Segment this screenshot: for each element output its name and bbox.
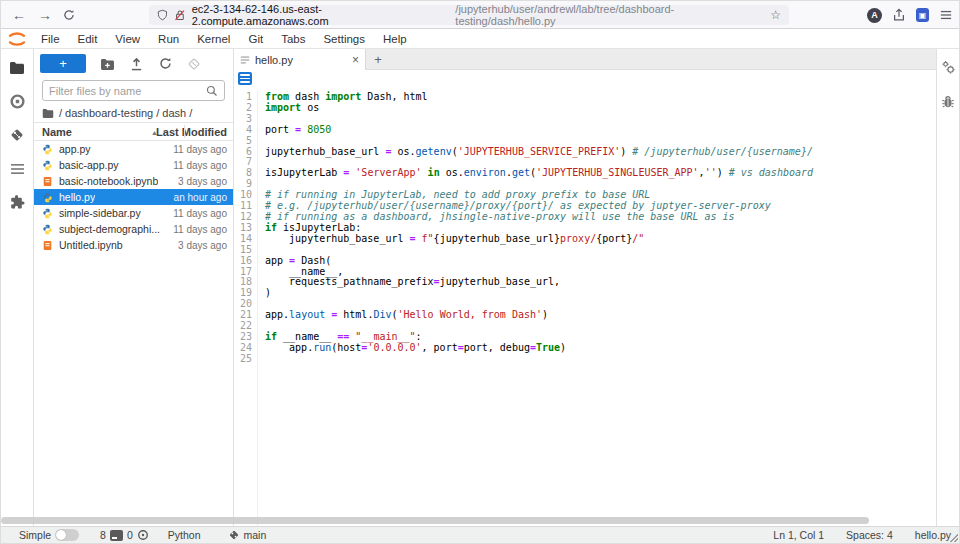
notebook-file-icon xyxy=(42,176,53,187)
menu-file[interactable]: File xyxy=(32,33,69,45)
url-host: ec2-3-134-62-146.us-east-2.compute.amazo… xyxy=(192,3,456,27)
cursor-position: Ln 1, Col 1 xyxy=(773,529,824,541)
menu-run[interactable]: Run xyxy=(149,33,188,45)
indent-status[interactable]: Spaces: 4 xyxy=(846,529,893,541)
horizontal-scrollbar[interactable] xyxy=(1,517,869,524)
tab-hello-py[interactable]: hello.py × xyxy=(234,49,366,70)
new-folder-button[interactable] xyxy=(99,56,115,72)
menu-kernel[interactable]: Kernel xyxy=(188,33,239,45)
branch-name: main xyxy=(244,529,267,541)
python-file-icon xyxy=(42,160,53,171)
file-name: simple-sidebar.py xyxy=(59,207,141,219)
terminals-status[interactable]: 8 0 xyxy=(100,529,149,541)
code-line-15 xyxy=(265,245,813,256)
column-name[interactable]: Name xyxy=(34,126,72,138)
file-modified: 3 days ago xyxy=(174,240,227,251)
insecure-lock-icon[interactable] xyxy=(174,9,186,21)
tracking-shield-icon[interactable] xyxy=(157,9,168,21)
file-browser-toolbar: + xyxy=(34,51,233,76)
file-row-basic-app-py[interactable]: basic-app.py11 days ago xyxy=(34,157,233,173)
git-action-button[interactable] xyxy=(186,56,202,72)
running-sessions-tab[interactable] xyxy=(7,91,27,111)
property-inspector-tab[interactable] xyxy=(940,59,956,75)
address-bar[interactable]: ec2-3-134-62-146.us-east-2.compute.amazo… xyxy=(149,5,789,25)
git-tab[interactable] xyxy=(7,125,27,145)
file-row-untitled-ipynb[interactable]: Untitled.ipynb3 days ago xyxy=(34,237,233,253)
bookmark-star-icon[interactable]: ☆ xyxy=(770,8,781,22)
browser-reload-button[interactable] xyxy=(59,5,79,25)
code-editor[interactable]: 1234567891011121314151617181920212223242… xyxy=(234,87,936,528)
right-sidebar xyxy=(936,49,959,528)
file-row-hello-py[interactable]: hello.pyan hour ago xyxy=(34,189,233,205)
line-number-gutter: 1234567891011121314151617181920212223242… xyxy=(234,92,258,528)
debugger-tab[interactable] xyxy=(940,93,956,109)
file-row-subject-demographi-[interactable]: subject-demographi...11 days ago xyxy=(34,221,233,237)
refresh-icon xyxy=(159,57,172,70)
menu-view[interactable]: View xyxy=(106,33,149,45)
menu-help[interactable]: Help xyxy=(374,33,416,45)
python-file-icon xyxy=(42,192,53,203)
simple-mode-label: Simple xyxy=(19,529,51,541)
upload-icon xyxy=(130,57,143,71)
filename-status: hello.py xyxy=(915,529,951,541)
file-list-header: Name ▲ Last Modified xyxy=(34,122,233,141)
search-icon xyxy=(206,85,218,97)
upload-button[interactable] xyxy=(128,56,144,72)
python-file-icon xyxy=(42,144,53,155)
menu-hamburger-icon[interactable] xyxy=(939,9,953,21)
running-sessions-icon xyxy=(9,93,26,110)
tab-label: hello.py xyxy=(255,54,293,66)
menu-edit[interactable]: Edit xyxy=(69,33,107,45)
column-last-modified[interactable]: Last Modified xyxy=(156,126,233,138)
extension-puzzle-icon xyxy=(9,195,25,211)
code-line-8: isJupyterLab = 'ServerApp' in os.environ… xyxy=(265,168,813,179)
breadcrumb[interactable]: / dashboard-testing / dash / xyxy=(34,104,233,122)
notebook-file-icon xyxy=(42,240,53,251)
cursor-position-status[interactable]: Ln 1, Col 1 xyxy=(773,529,824,541)
menu-tabs[interactable]: Tabs xyxy=(272,33,314,45)
simple-mode-toggle[interactable] xyxy=(55,529,79,541)
git-branch-status[interactable]: main xyxy=(228,529,267,541)
kernel-count: 0 xyxy=(127,529,133,541)
file-row-simple-sidebar-py[interactable]: simple-sidebar.py11 days ago xyxy=(34,205,233,221)
file-browser-tab[interactable] xyxy=(7,57,27,77)
file-modified: 11 days ago xyxy=(169,224,227,235)
file-row-basic-notebook-ipynb[interactable]: basic-notebook.ipynb3 days ago xyxy=(34,173,233,189)
file-filter-input[interactable] xyxy=(49,85,206,97)
python-file-icon xyxy=(42,224,53,235)
menu-git[interactable]: Git xyxy=(239,33,272,45)
extensions-tab[interactable] xyxy=(7,193,27,213)
git-icon xyxy=(9,127,25,143)
browser-back-button[interactable]: ← xyxy=(9,5,29,25)
jupyterlab-window: ← → ec2-3-134-62-146.us-east-2.compute.a… xyxy=(0,0,960,544)
menu-settings[interactable]: Settings xyxy=(314,33,374,45)
table-of-contents-tab[interactable] xyxy=(7,159,27,179)
python-file-icon xyxy=(42,208,53,219)
close-tab-icon[interactable]: × xyxy=(352,53,359,67)
resize-grip[interactable] xyxy=(950,534,958,542)
tab-bar: hello.py × + xyxy=(234,49,936,70)
status-bar: Simple 8 0 Python main Ln 1, Col 1 Space… xyxy=(1,526,959,543)
new-launcher-button[interactable]: + xyxy=(40,54,86,73)
file-row-app-py[interactable]: app.py11 days ago xyxy=(34,141,233,157)
code-line-24: app.run(host='0.0.0.0', port=port, debug… xyxy=(265,343,813,354)
code-line-19: ) xyxy=(265,288,813,299)
text-file-icon xyxy=(240,55,250,65)
code-line-6: jupyterhub_base_url = os.getenv('JUPYTER… xyxy=(265,147,813,158)
editor-toolbar xyxy=(234,70,936,87)
kernel-language-status[interactable]: Python xyxy=(168,529,201,541)
share-icon[interactable] xyxy=(892,8,906,22)
refresh-button[interactable] xyxy=(157,56,173,72)
account-avatar[interactable]: A xyxy=(867,8,882,23)
toc-list-icon[interactable] xyxy=(238,72,252,85)
reload-icon xyxy=(63,9,75,21)
browser-forward-button[interactable]: → xyxy=(35,5,55,25)
code-lines: from dash import Dash, htmlimport os por… xyxy=(258,92,813,528)
code-line-16: app = Dash( xyxy=(265,256,813,267)
code-line-25 xyxy=(265,354,813,365)
terminal-count: 8 xyxy=(100,529,106,541)
extension-shield-icon[interactable]: ▣ xyxy=(916,8,929,22)
code-line-1: from dash import Dash, html xyxy=(265,92,813,103)
new-tab-button[interactable]: + xyxy=(366,49,390,69)
file-name: Untitled.ipynb xyxy=(59,239,123,251)
